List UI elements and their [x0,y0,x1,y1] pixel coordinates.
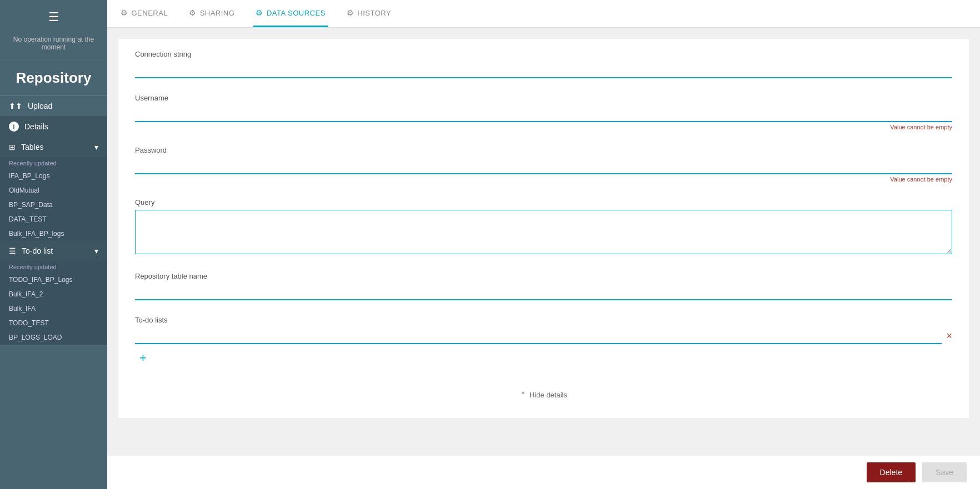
no-operation-text: No operation running at the moment [0,30,107,59]
tables-recently-updated: Recently updated [0,157,107,169]
list-item[interactable]: TODO_IFA_BP_Logs [0,273,107,287]
list-item[interactable]: Bulk_IFA [0,301,107,316]
todo-label: To-do list [22,246,53,255]
list-item[interactable]: DATA_TEST [0,212,107,226]
list-item[interactable]: BP_LOGS_LOAD [0,330,107,345]
connection-string-input[interactable] [135,62,952,78]
tables-section-header[interactable]: ⊞ Tables [0,137,107,157]
info-icon: i [9,122,19,132]
list-item[interactable]: Bulk_IFA_BP_logs [0,226,107,241]
gear-icon: ⚙ [347,8,354,17]
gear-icon: ⚙ [121,8,128,17]
tab-history[interactable]: ⚙ HISTORY [344,0,393,27]
gear-icon: ⚙ [189,8,197,17]
query-field: Query [135,198,952,256]
todo-lists-row: × [135,327,952,344]
tables-label: Tables [21,143,43,152]
password-error: Value cannot be empty [135,176,952,183]
tab-general[interactable]: ⚙ GENERAL [118,0,170,27]
username-label: Username [135,94,952,102]
upload-label: Upload [28,102,52,110]
footer-bar: Delete Save [107,455,980,489]
main-content: ⚙ GENERAL ⚙ SHARING ⚙ DATA SOURCES ⚙ HIS… [107,0,980,489]
username-input[interactable] [135,105,952,122]
details-nav-item[interactable]: i Details [0,116,107,137]
gear-icon: ⚙ [256,8,263,17]
password-field: Password Value cannot be empty [135,146,952,183]
list-item[interactable]: OldMutual [0,183,107,198]
tab-history-label: HISTORY [357,9,391,17]
details-label: Details [24,122,48,131]
todo-lists-input[interactable] [135,327,942,344]
repo-table-name-label: Repository table name [135,272,952,280]
grid-icon: ⊞ [9,143,16,152]
add-todo-button[interactable]: + [135,349,151,367]
sidebar: ☰ No operation running at the moment Rep… [0,0,107,489]
form-card: Connection string Username Value cannot … [118,39,969,418]
todo-lists-label: To-do lists [135,316,952,324]
tab-sharing-label: SHARING [200,9,235,17]
repo-table-name-input[interactable] [135,284,952,300]
tab-data-sources[interactable]: ⚙ DATA SOURCES [253,0,327,27]
list-item[interactable]: BP_SAP_Data [0,198,107,212]
tabs-bar: ⚙ GENERAL ⚙ SHARING ⚙ DATA SOURCES ⚙ HIS… [107,0,980,28]
list-item[interactable]: Bulk_IFA_2 [0,287,107,301]
connection-string-label: Connection string [135,50,952,58]
upload-nav-item[interactable]: ⬆ Upload [0,96,107,116]
todo-recently-updated: Recently updated [0,261,107,273]
todo-lists-field: To-do lists × + [135,316,952,367]
hamburger-icon[interactable]: ☰ [48,10,59,24]
repo-table-name-field: Repository table name [135,272,952,300]
hide-details-row[interactable]: ⌃ Hide details [135,383,952,401]
sidebar-header: ☰ [0,0,107,30]
username-error: Value cannot be empty [135,124,952,130]
save-button[interactable]: Save [922,462,967,482]
tab-data-sources-label: DATA SOURCES [267,9,326,17]
remove-todo-button[interactable]: × [946,331,952,341]
repo-title: Repository [0,59,107,96]
delete-button[interactable]: Delete [867,462,916,482]
password-label: Password [135,146,952,154]
tab-sharing[interactable]: ⚙ SHARING [187,0,237,27]
password-input[interactable] [135,158,952,174]
content-area: Connection string Username Value cannot … [107,28,980,455]
query-label: Query [135,198,952,206]
hide-details-label: Hide details [529,391,567,399]
list-item[interactable]: IFA_BP_Logs [0,169,107,183]
chevron-up-icon: ⌃ [520,391,526,399]
tables-chevron-icon [94,143,98,152]
todo-chevron-icon [94,246,98,255]
upload-icon: ⬆ [9,102,22,110]
tab-general-label: GENERAL [132,9,168,17]
username-field: Username Value cannot be empty [135,94,952,130]
todo-section-header[interactable]: ☰ To-do list [0,241,107,261]
list-icon: ☰ [9,246,16,255]
list-item[interactable]: TODO_TEST [0,316,107,330]
connection-string-field: Connection string [135,50,952,78]
query-input[interactable] [135,210,952,254]
